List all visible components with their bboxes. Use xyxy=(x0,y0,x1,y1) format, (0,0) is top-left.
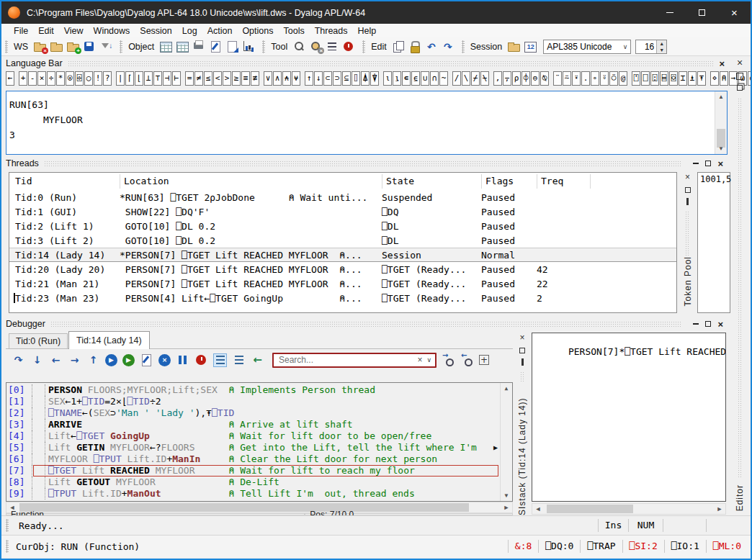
code-line-0[interactable]: [0]PERSON FLOORS;MYFLOOR;Lift;SEX ⍝ Impl… xyxy=(6,384,500,396)
langbar-symbol[interactable]: ⍤ xyxy=(600,71,609,86)
langbar-symbol[interactable]: ⍀ xyxy=(480,71,489,86)
langbar-symbol[interactable]: ⍺ xyxy=(748,71,752,86)
langbar-symbol[interactable]: , xyxy=(493,71,502,86)
langbar-symbol[interactable]: ∧ xyxy=(273,71,282,86)
menu-item-help[interactable]: Help xyxy=(353,26,382,36)
langbar-symbol[interactable]: \ xyxy=(462,71,470,86)
menu-item-action[interactable]: Action xyxy=(202,26,238,36)
interrupt-icon[interactable]: × xyxy=(158,354,171,366)
langbar-symbol[interactable]: ↑ xyxy=(305,71,313,86)
whitespace-icon[interactable] xyxy=(232,353,246,367)
code-line-5[interactable]: [5]Lift GETIN MYFLOOR←?FLOORS ⍝ Get into… xyxy=(6,442,500,453)
line-number[interactable]: [0] xyxy=(6,384,32,396)
tab-tid-14-lady-14[interactable]: Tid:14 (Lady 14) xyxy=(68,331,150,349)
breakpoint-column[interactable] xyxy=(32,407,45,419)
toolbar-grip[interactable] xyxy=(462,40,465,53)
font-size-stepper[interactable]: 16 ▲▼ xyxy=(635,40,667,54)
toolbar-grip[interactable] xyxy=(362,40,365,53)
langbar-symbol[interactable]: ⌿ xyxy=(471,71,480,86)
edit-object-icon[interactable] xyxy=(209,40,222,53)
redo-icon[interactable]: ↷ xyxy=(442,40,455,53)
code-line-9[interactable]: [9]⎕TPUT Lift.ID+ManOut ⍝ Tell Lift I'm … xyxy=(6,488,500,500)
langbar-symbol[interactable]: ≡ xyxy=(241,71,250,86)
langbar-symbol[interactable]: ⌽ xyxy=(522,71,530,86)
scroll-down-icon[interactable]: ▼ xyxy=(715,143,727,154)
langbar-symbol[interactable]: ⍨ xyxy=(563,71,571,86)
breakpoint-column[interactable] xyxy=(32,477,45,488)
langbar-symbol[interactable]: / xyxy=(452,71,461,86)
unlock-icon[interactable] xyxy=(408,40,421,53)
langbar-symbol[interactable]: ≠ xyxy=(194,71,203,86)
langbar-symbol[interactable]: ∘ xyxy=(591,71,599,86)
menu-item-edit[interactable]: Edit xyxy=(33,26,59,36)
properties-icon[interactable] xyxy=(326,40,339,53)
code-vertical-scrollbar[interactable]: ▲ ▼ xyxy=(500,383,512,501)
maximize-button[interactable] xyxy=(686,1,718,24)
breakpoint-column[interactable] xyxy=(32,430,45,442)
token-pool-close-icon[interactable]: × xyxy=(685,172,690,182)
search-next-icon[interactable] xyxy=(442,353,455,367)
line-number[interactable]: [3] xyxy=(6,419,32,430)
langbar-symbol[interactable]: ⋄ xyxy=(710,71,719,86)
langbar-symbol[interactable]: ⍣ xyxy=(572,71,581,86)
langbar-symbol[interactable]: ∨ xyxy=(264,71,272,86)
search-prev-icon[interactable] xyxy=(460,353,474,367)
thread-row[interactable]: Tid:0 (Run)*RUN[63] ⎕TGET 2⍴JobDone ⍝ Wa… xyxy=(9,190,676,204)
menu-item-log[interactable]: Log xyxy=(177,26,202,36)
clear-search-icon[interactable]: × xyxy=(417,355,422,365)
continue-all-icon[interactable]: ▶ xyxy=(122,354,135,366)
session-vertical-scrollbar[interactable]: ▲ ▼ xyxy=(715,91,727,154)
dock-maximize-icon[interactable] xyxy=(736,73,743,80)
langbar-symbol[interactable]: ← xyxy=(6,71,14,86)
langbar-symbol[interactable]: × xyxy=(37,71,46,86)
threads-maximize-icon[interactable] xyxy=(705,161,711,166)
threads-minimize-icon[interactable] xyxy=(693,163,699,164)
langbar-symbol[interactable]: ⌈ xyxy=(125,71,134,86)
langbar-symbol[interactable]: > xyxy=(223,71,231,86)
langbar-symbol[interactable]: ∪ xyxy=(421,71,429,86)
toolbar-grip[interactable] xyxy=(5,40,8,53)
langbar-symbol[interactable]: ⍴ xyxy=(512,71,521,86)
langbar-symbol[interactable]: ⊂ xyxy=(323,71,332,86)
threads-drag-handle[interactable] xyxy=(44,161,683,166)
langbar-symbol[interactable]: ⊖ xyxy=(531,71,540,86)
langbar-symbol[interactable]: ≥ xyxy=(232,71,241,86)
langbar-symbol[interactable]: ⌷ xyxy=(352,71,360,86)
dock-close-icon[interactable]: × xyxy=(737,58,743,68)
langbar-symbol[interactable]: ≢ xyxy=(251,71,259,86)
token-pool-maximize-icon[interactable] xyxy=(685,187,691,193)
tab-tid-0-run[interactable]: Tid:0 (Run) xyxy=(9,333,68,348)
column-header-location[interactable]: Location xyxy=(120,174,382,189)
copy-ws-icon[interactable]: + xyxy=(66,40,79,53)
dock-drag-handle[interactable] xyxy=(738,98,743,479)
langbar-symbol[interactable]: ⊥ xyxy=(144,71,153,86)
breakpoint-column[interactable] xyxy=(32,488,45,500)
langbar-symbol[interactable]: ⍋ xyxy=(361,71,370,86)
language-bar-close-icon[interactable]: × xyxy=(719,59,725,68)
breakpoint-column[interactable] xyxy=(32,396,45,407)
toolbar-grip[interactable] xyxy=(262,40,265,53)
ws-explorer-icon[interactable] xyxy=(176,40,189,53)
langbar-symbol[interactable]: ÷ xyxy=(47,71,55,86)
langbar-symbol[interactable]: ⍟ xyxy=(66,71,74,86)
langbar-symbol[interactable]: ⌸ xyxy=(660,71,668,86)
menu-item-threads[interactable]: Threads xyxy=(310,26,353,36)
thread-row[interactable]: Tid:3 (Lift 2) GOTO[10] ⎕DL 0.2⎕DLPaused xyxy=(9,233,676,248)
column-header-flags[interactable]: Flags xyxy=(481,174,537,189)
dock-restore-icon[interactable] xyxy=(737,85,743,91)
stepper-arrows[interactable]: ▲▼ xyxy=(656,40,666,53)
langbar-symbol[interactable]: ⊤ xyxy=(153,71,162,86)
chevron-down-icon[interactable]: ∨ xyxy=(426,356,431,363)
scroll-left-icon[interactable]: ◄ xyxy=(532,504,544,514)
search-input[interactable] xyxy=(277,354,413,366)
menu-item-windows[interactable]: Windows xyxy=(89,26,135,36)
line-number[interactable]: [1] xyxy=(6,396,32,407)
langbar-symbol[interactable]: = xyxy=(185,71,194,86)
token-pool-drag-handle[interactable] xyxy=(685,211,690,256)
line-numbers-icon[interactable] xyxy=(213,353,227,367)
langbar-symbol[interactable]: ⌶ xyxy=(679,71,687,86)
langbar-symbol[interactable]: ↓ xyxy=(314,71,323,86)
step-up-icon[interactable]: ↑ xyxy=(86,353,100,367)
code-horizontal-scrollbar[interactable]: ◄ ► xyxy=(6,502,513,513)
sistack-maximize-icon[interactable] xyxy=(519,348,525,353)
